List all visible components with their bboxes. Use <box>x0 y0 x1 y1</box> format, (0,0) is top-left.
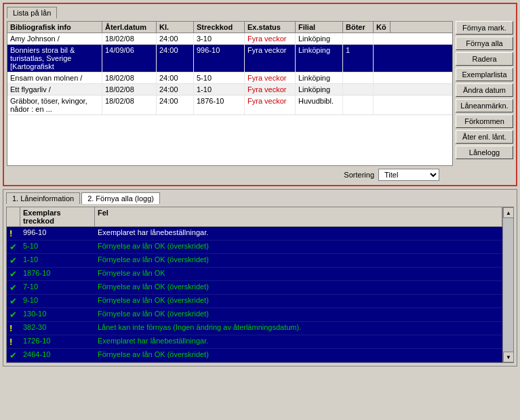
col-ko: Kö <box>374 22 391 33</box>
sort-select[interactable]: Titel <box>378 169 439 181</box>
td-date: 18/02/08 <box>102 84 157 95</box>
warn-icon: ! <box>9 323 12 333</box>
log-td-icon: ✔ <box>7 295 20 308</box>
td-status: Fyra veckor <box>245 84 296 95</box>
col-boter: Böter <box>343 22 374 33</box>
log-scroll-up[interactable]: ▲ <box>503 207 514 218</box>
log-row[interactable]: ✔ 7-10 Förnyelse av lån OK (överskridet) <box>7 281 502 295</box>
log-row[interactable]: ! 382-30 Lånet kan inte förnyas (Ingen ä… <box>7 322 502 335</box>
top-tab-bar: Lista på lån <box>7 7 513 18</box>
td-streckkod: 5-10 <box>194 72 245 83</box>
ok-icon: ✔ <box>9 350 17 360</box>
log-td-icon: ✔ <box>7 349 20 362</box>
td-date: 14/09/06 <box>102 45 157 72</box>
td-bib: Bonniers stora bil & turistatlas, Sverig… <box>7 45 102 72</box>
td-boter: 1 <box>343 45 374 72</box>
log-td-icon: ! <box>7 335 20 348</box>
btn-lanelogg[interactable]: Lånelogg <box>456 146 513 159</box>
td-status: Fyra veckor <box>245 72 296 83</box>
log-body[interactable]: ! 996-10 Exemplaret har lånebeställninga… <box>7 227 502 362</box>
log-td-streckkod: 5-10 <box>20 240 95 253</box>
log-td-streckkod: 996-10 <box>20 227 95 240</box>
log-row[interactable]: ✔ 5-10 Förnyelse av lån OK (överskridet) <box>7 240 502 254</box>
td-status: Fyra veckor <box>245 45 296 72</box>
ok-icon: ✔ <box>9 269 17 279</box>
log-td-streckkod: 2464-10 <box>20 349 95 362</box>
col-kl: Kl. <box>157 22 194 33</box>
td-boter <box>343 84 374 95</box>
table-header: Bibliografisk info Återl.datum Kl. Strec… <box>7 22 452 33</box>
btn-laneanmarkn[interactable]: Låneanmärkn. <box>456 99 513 112</box>
log-td-icon: ✔ <box>7 281 20 294</box>
td-status: Fyra veckor <box>245 33 296 44</box>
bottom-panel: 1. Låneinformation 2. Förnya alla (logg)… <box>3 189 517 366</box>
ok-icon: ✔ <box>9 242 17 252</box>
td-date: 18/02/08 <box>102 72 157 83</box>
warn-icon: ! <box>9 337 12 347</box>
table-body[interactable]: Amy Johnson / 18/02/08 24:00 3-10 Fyra v… <box>7 33 452 165</box>
log-table: Exemplars treckkod Fel ! 996-10 Exemplar… <box>6 207 514 363</box>
log-td-message: Förnyelse av lån OK (överskridet) <box>95 295 502 308</box>
td-kl: 24:00 <box>157 72 194 83</box>
btn-exemplarlista[interactable]: Exemplarlista <box>456 68 513 81</box>
td-kl: 24:00 <box>157 33 194 44</box>
ok-icon: ✔ <box>9 255 17 266</box>
sort-label: Sortering <box>344 171 374 179</box>
table-row[interactable]: Ensam ovan molnen / 18/02/08 24:00 5-10 … <box>7 72 452 84</box>
bottom-tab-bar: 1. Låneinformation 2. Förnya alla (logg) <box>6 192 514 204</box>
log-header: Exemplars treckkod Fel <box>7 207 502 227</box>
td-filial: Linköping <box>296 45 343 72</box>
log-col-fel: Fel <box>95 207 502 226</box>
btn-andra-datum[interactable]: Ändra datum <box>456 83 513 97</box>
tab-lista-pa-lan[interactable]: Lista på lån <box>7 7 57 18</box>
log-scroll-down[interactable]: ▼ <box>503 352 514 362</box>
td-streckkod: 996-10 <box>194 45 245 72</box>
log-td-message: Förnyelse av lån OK <box>95 268 502 280</box>
table-row[interactable]: Bonniers stora bil & turistatlas, Sverig… <box>7 45 452 72</box>
td-filial: Linköping <box>296 72 343 83</box>
td-boter <box>343 33 374 44</box>
ok-icon: ✔ <box>9 310 17 320</box>
warn-icon: ! <box>9 228 12 238</box>
log-td-message: Förnyelse av lån OK (överskridet) <box>95 281 502 294</box>
log-td-message: Förnyelse av lån OK (överskridet) <box>95 308 502 321</box>
table-row[interactable]: Amy Johnson / 18/02/08 24:00 3-10 Fyra v… <box>7 33 452 45</box>
log-row[interactable]: ✔ 9-10 Förnyelse av lån OK (överskridet) <box>7 295 502 308</box>
col-status: Ex.status <box>245 22 296 33</box>
td-kl: 24:00 <box>157 45 194 72</box>
log-scrollbar[interactable]: ▲ ▼ <box>502 207 513 362</box>
td-kl: 24:00 <box>157 96 194 114</box>
td-bib: Gräbbor, töser, kvingor, nådor : en ... <box>7 96 102 114</box>
btn-forkommen[interactable]: Förkommen <box>456 114 513 128</box>
btn-fornya-alla[interactable]: Förnya alla <box>456 37 513 50</box>
btn-radera[interactable]: Radera <box>456 52 513 66</box>
td-kl: 24:00 <box>157 84 194 95</box>
td-bib: Ett flygarliv / <box>7 84 102 95</box>
btn-ater-enl-lant[interactable]: Åter enl. lånt. <box>456 130 513 144</box>
tab-laneinformation[interactable]: 1. Låneinformation <box>6 192 80 204</box>
log-row[interactable]: ✔ 2464-10 Förnyelse av lån OK (överskrid… <box>7 349 502 362</box>
log-td-streckkod: 1-10 <box>20 254 95 267</box>
tab-fornya-alla-logg[interactable]: 2. Förnya alla (logg) <box>81 192 160 204</box>
log-td-streckkod: 1726-10 <box>20 335 95 348</box>
btn-fornya-mark[interactable]: Förnya mark. <box>456 21 513 35</box>
ok-icon: ✔ <box>9 282 17 293</box>
log-td-icon: ! <box>7 227 20 240</box>
sort-bar: Sortering Titel <box>7 166 453 182</box>
log-td-icon: ✔ <box>7 308 20 321</box>
td-boter <box>343 96 374 114</box>
log-scroll-track <box>503 218 513 352</box>
table-row[interactable]: Gräbbor, töser, kvingor, nådor : en ... … <box>7 96 452 115</box>
log-row[interactable]: ! 1726-10 Exemplaret har lånebeställning… <box>7 335 502 349</box>
log-td-icon: ✔ <box>7 254 20 267</box>
td-streckkod: 1-10 <box>194 84 245 95</box>
log-row[interactable]: ✔ 1876-10 Förnyelse av lån OK <box>7 268 502 281</box>
main-table: Bibliografisk info Återl.datum Kl. Strec… <box>7 21 453 166</box>
log-row[interactable]: ✔ 1-10 Förnyelse av lån OK (överskridet) <box>7 254 502 268</box>
col-streckkod: Streckkod <box>194 22 245 33</box>
log-row[interactable]: ! 996-10 Exemplaret har lånebeställninga… <box>7 227 502 240</box>
log-td-message: Exemplaret har lånebeställningar. <box>95 335 502 348</box>
table-row[interactable]: Ett flygarliv / 18/02/08 24:00 1-10 Fyra… <box>7 84 452 96</box>
log-row[interactable]: ✔ 130-10 Förnyelse av lån OK (överskride… <box>7 308 502 322</box>
log-td-icon: ✔ <box>7 240 20 253</box>
